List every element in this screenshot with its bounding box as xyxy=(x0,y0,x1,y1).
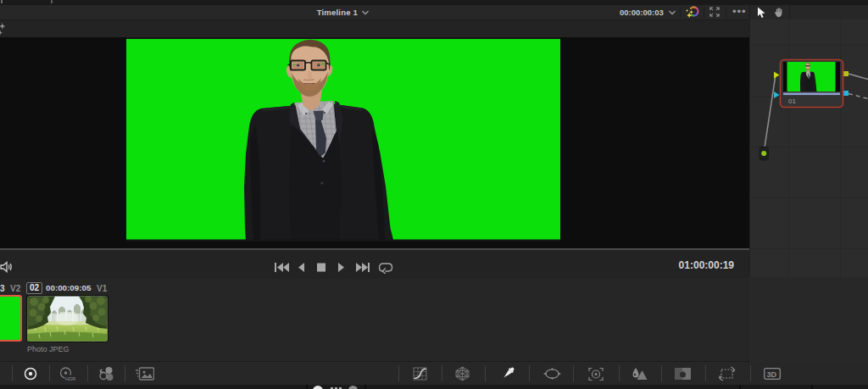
svg-text:HDR: HDR xyxy=(65,376,76,381)
svg-text:01: 01 xyxy=(788,97,796,105)
svg-text:3D: 3D xyxy=(767,370,777,379)
